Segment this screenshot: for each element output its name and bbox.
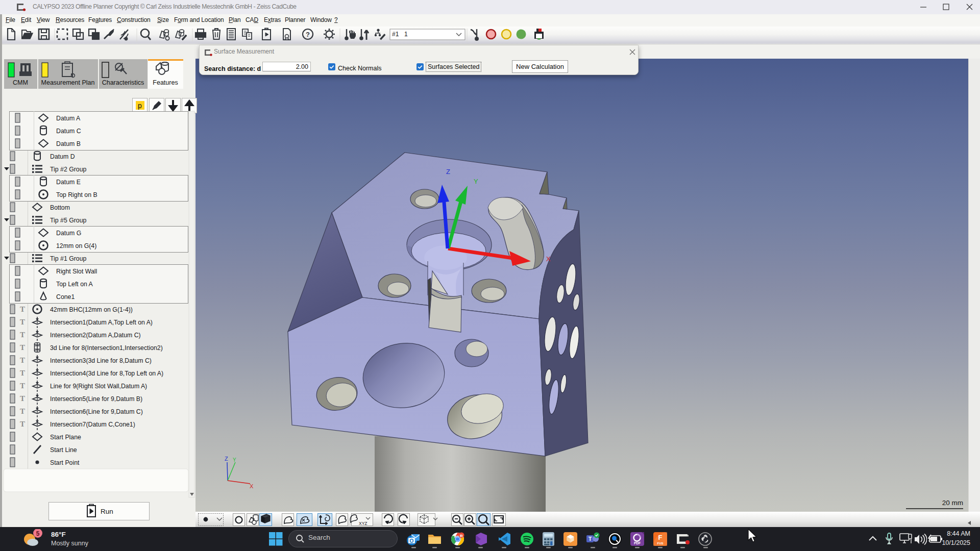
svg-text:Top Left on A: Top Left on A bbox=[56, 281, 93, 288]
svg-text:T: T bbox=[20, 369, 25, 377]
svg-text:Intersection4(3d Line for 8,To: Intersection4(3d Line for 8,Top Left on … bbox=[50, 370, 163, 377]
svg-text:T: T bbox=[20, 407, 25, 415]
svg-text:Run: Run bbox=[101, 508, 113, 515]
svg-text:Datum D: Datum D bbox=[50, 153, 75, 160]
svg-text:?: ? bbox=[306, 31, 310, 38]
svg-text:Features: Features bbox=[153, 79, 178, 86]
svg-text:42mm BHC(12mm on G(1-4)): 42mm BHC(12mm on G(1-4)) bbox=[50, 306, 133, 313]
svg-text:PDF: PDF bbox=[634, 541, 641, 545]
svg-text:T: T bbox=[20, 382, 25, 390]
svg-text:R: R bbox=[460, 534, 463, 538]
svg-text:Right Slot Wall: Right Slot Wall bbox=[56, 268, 97, 275]
svg-text:Bottom: Bottom bbox=[50, 204, 70, 211]
svg-text:Line for 9(Right Slot Wall,Dat: Line for 9(Right Slot Wall,Datum A) bbox=[50, 383, 147, 390]
svg-text:Intersection1(Datum A,Top Left: Intersection1(Datum A,Top Left on A) bbox=[50, 319, 153, 326]
svg-text:T: T bbox=[20, 343, 25, 352]
svg-text:T: T bbox=[20, 356, 25, 364]
svg-text:Start Line: Start Line bbox=[50, 446, 77, 454]
svg-text:5: 5 bbox=[36, 530, 40, 537]
svg-text:T: T bbox=[20, 420, 25, 428]
svg-text:CMM: CMM bbox=[13, 79, 28, 86]
svg-text:XYZ: XYZ bbox=[359, 521, 368, 526]
svg-text:Intersection7(Datum C,Cone1): Intersection7(Datum C,Cone1) bbox=[50, 421, 135, 428]
svg-text:Start Plane: Start Plane bbox=[50, 434, 81, 441]
svg-text:T: T bbox=[20, 318, 25, 326]
svg-text:Y: Y bbox=[474, 178, 478, 185]
svg-text:Datum G: Datum G bbox=[56, 230, 81, 237]
svg-text:Intersection2(Datum A,Datum C): Intersection2(Datum A,Datum C) bbox=[50, 332, 141, 339]
svg-text:O: O bbox=[410, 538, 414, 544]
svg-text:Intersection5(Line for 9,Datum: Intersection5(Line for 9,Datum B) bbox=[50, 395, 142, 403]
svg-text:1: 1 bbox=[404, 31, 408, 38]
svg-text:Top Right on B: Top Right on B bbox=[56, 191, 97, 198]
svg-text:F: F bbox=[658, 534, 663, 541]
svg-text:Datum C: Datum C bbox=[56, 128, 81, 135]
svg-text:3d Line for 8(Intersection1,In: 3d Line for 8(Intersection1,Intersection… bbox=[50, 344, 163, 352]
svg-text:Y: Y bbox=[233, 457, 236, 463]
svg-text:X: X bbox=[546, 255, 551, 263]
svg-text:Datum E: Datum E bbox=[56, 179, 81, 186]
svg-text:T: T bbox=[20, 305, 25, 313]
svg-text:Start Point: Start Point bbox=[50, 459, 80, 466]
svg-text:T: T bbox=[20, 394, 25, 403]
svg-text:FUS: FUS bbox=[657, 542, 664, 545]
svg-text:12mm on G(4): 12mm on G(4) bbox=[56, 242, 96, 249]
svg-text:X: X bbox=[250, 483, 254, 489]
svg-text:Tip #1 Group: Tip #1 Group bbox=[50, 255, 86, 262]
svg-text:20 mm: 20 mm bbox=[942, 499, 963, 507]
svg-text:Z: Z bbox=[446, 168, 450, 176]
svg-text:Measurement Plan: Measurement Plan bbox=[41, 79, 95, 86]
svg-text:Cone1: Cone1 bbox=[56, 293, 75, 300]
svg-text:Intersection6(Line for 9,Datum: Intersection6(Line for 9,Datum C) bbox=[50, 408, 143, 415]
svg-text:Characteristics: Characteristics bbox=[102, 79, 144, 86]
svg-text:Datum B: Datum B bbox=[56, 140, 81, 147]
svg-text:Datum A: Datum A bbox=[56, 115, 81, 122]
svg-text:T: T bbox=[20, 331, 25, 339]
svg-text:T: T bbox=[589, 536, 592, 542]
svg-text:Intersection3(3d Line for 8,Da: Intersection3(3d Line for 8,Datum C) bbox=[50, 357, 152, 364]
svg-text:#1: #1 bbox=[392, 31, 399, 38]
svg-text:Z: Z bbox=[225, 456, 228, 462]
svg-text:Tip #2 Group: Tip #2 Group bbox=[50, 166, 86, 173]
svg-text:Tip #5 Group: Tip #5 Group bbox=[50, 217, 86, 224]
